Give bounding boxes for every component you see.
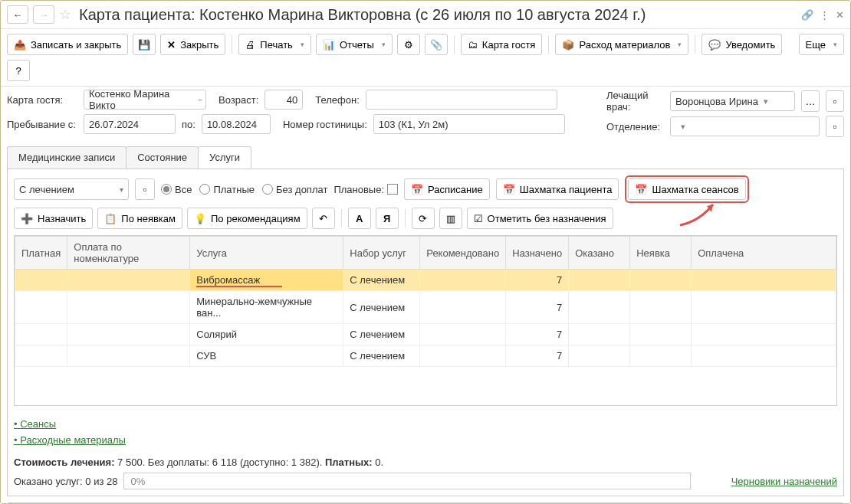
col-recommended[interactable]: Рекомендовано xyxy=(420,237,506,270)
notify-button[interactable]: 💬Уведомить xyxy=(702,34,782,55)
close-window-icon[interactable]: ✕ xyxy=(836,9,844,21)
radio-all[interactable]: Все xyxy=(161,184,192,195)
planned-checkbox[interactable]: Плановые: xyxy=(334,184,398,195)
patient-grid-button[interactable]: 📅Шахматка пациента xyxy=(496,178,619,200)
plus-icon: ➕ xyxy=(21,213,33,224)
schedule-button[interactable]: 📅Расписание xyxy=(404,178,490,200)
col-paid[interactable]: Платная xyxy=(15,237,67,270)
materials-button[interactable]: 📦Расход материалов xyxy=(555,34,688,55)
col-provided[interactable]: Оказано xyxy=(569,237,630,270)
paperclip-icon: 📎 xyxy=(430,39,442,51)
refresh-button[interactable]: ⟳ xyxy=(412,208,435,229)
save-and-close-button[interactable]: 📤Записать и закрыть xyxy=(7,34,128,55)
columns-icon: ▥ xyxy=(446,213,455,224)
stay-to-input[interactable]: 10.08.2024 xyxy=(202,114,271,134)
mark-no-assign-button[interactable]: ☑Отметить без назначения xyxy=(467,208,613,229)
link-icon[interactable]: 🔗 xyxy=(801,9,813,21)
table-row[interactable]: Минерально-жемчужные ван...С лечением7 xyxy=(15,291,836,324)
dropdown-icon[interactable]: ▾ xyxy=(761,97,770,106)
bulb-icon: 💡 xyxy=(194,213,206,224)
undo-icon: ↶ xyxy=(319,213,327,224)
services-table: Платная Оплата по номенклатуре Услуга На… xyxy=(14,235,837,406)
sort-a-button[interactable]: А xyxy=(348,208,371,229)
col-paid-status[interactable]: Оплачена xyxy=(692,237,836,270)
diskette-icon: 💾 xyxy=(138,39,150,51)
radio-no-extra[interactable]: Без доплат xyxy=(262,184,327,195)
assign-button[interactable]: ➕Назначить xyxy=(14,208,93,229)
department-label: Отделение: xyxy=(606,121,664,133)
age-input[interactable]: 40 xyxy=(264,90,303,110)
department-open-button[interactable]: ▫ xyxy=(826,116,844,137)
speech-icon: 💬 xyxy=(708,39,721,51)
sessions-link[interactable]: Сеансы xyxy=(14,418,56,430)
more-button[interactable]: Еще xyxy=(799,34,844,55)
gear-button[interactable]: ⚙ xyxy=(397,34,420,55)
columns-button[interactable]: ▥ xyxy=(439,208,462,229)
col-noshow[interactable]: Неявка xyxy=(630,237,692,270)
by-recommend-button[interactable]: 💡По рекомендациям xyxy=(187,208,307,229)
stay-from-label: Пребывание с: xyxy=(7,119,77,130)
calendar-grid-icon: 📅 xyxy=(503,184,515,195)
nav-forward-button: → xyxy=(33,5,54,24)
window-title: Карта пациента: Костенко Марина Викторов… xyxy=(79,6,797,24)
printer-icon: 🖨 xyxy=(245,39,255,51)
col-service[interactable]: Услуга xyxy=(190,237,343,270)
treatment-filter-dropdown[interactable]: С лечением▾ xyxy=(14,178,129,200)
tab-services[interactable]: Услуги xyxy=(198,146,251,169)
refresh-icon: ⟳ xyxy=(419,213,427,224)
guest-card-button[interactable]: 🗂Карта гостя xyxy=(461,34,543,55)
guest-card-input[interactable]: Костенко Марина Викто▫ xyxy=(84,90,206,110)
close-button[interactable]: ✕Закрыть xyxy=(160,34,225,55)
help-button[interactable]: ? xyxy=(7,60,30,81)
radio-paid[interactable]: Платные xyxy=(199,184,255,195)
drafts-link[interactable]: Черновики назначений xyxy=(731,476,837,487)
guest-card-label: Карта гостя: xyxy=(7,94,77,106)
doctor-more-button[interactable]: … xyxy=(801,90,820,112)
list-icon: 📋 xyxy=(104,213,117,224)
doctor-input[interactable]: Воронцова Ирина▾ xyxy=(670,91,795,111)
by-noshow-button[interactable]: 📋По неявкам xyxy=(97,208,182,229)
materials-link[interactable]: Расходные материалы xyxy=(14,434,126,446)
kebab-menu-icon[interactable]: ⋮ xyxy=(820,9,830,21)
department-input[interactable]: ▾ xyxy=(670,116,820,136)
x-icon: ✕ xyxy=(167,39,176,51)
table-row[interactable]: ВибромассажС лечением7 xyxy=(15,270,836,291)
box-icon: 📦 xyxy=(562,39,574,51)
reports-button[interactable]: 📊Отчеты xyxy=(316,34,393,55)
table-row[interactable]: СолярийС лечением7 xyxy=(15,324,836,345)
attach-button[interactable]: 📎 xyxy=(425,34,448,55)
session-grid-button[interactable]: 📅Шахматка сеансов xyxy=(628,178,745,200)
tab-state[interactable]: Состояние xyxy=(126,146,199,169)
check-icon: ☑ xyxy=(474,213,483,224)
cost-summary: Стоимость лечения: 7 500. Без доплаты: 6… xyxy=(14,457,837,468)
chevron-down-icon: ▾ xyxy=(120,185,123,194)
open-icon[interactable]: ▫ xyxy=(196,95,204,104)
sort-ya-button[interactable]: Я xyxy=(376,208,399,229)
phone-input[interactable] xyxy=(366,90,557,110)
col-assigned[interactable]: Назначено xyxy=(506,237,569,270)
print-button[interactable]: 🖨Печать xyxy=(238,34,311,55)
table-row[interactable]: СУВС лечением7 xyxy=(15,345,836,367)
calendar-clock-icon: 📅 xyxy=(635,184,647,195)
filter-open-button[interactable]: ▫ xyxy=(135,178,155,200)
callout-arrow-icon xyxy=(676,198,722,229)
doctor-open-button[interactable]: ▫ xyxy=(826,90,844,112)
favorite-star-icon[interactable]: ☆ xyxy=(59,6,71,23)
undo-button[interactable]: ↶ xyxy=(312,208,335,229)
dropdown-icon[interactable]: ▾ xyxy=(678,122,688,132)
col-service-set[interactable]: Набор услуг xyxy=(343,237,420,270)
calendar-icon: 📅 xyxy=(411,184,423,195)
progress-bar: 0% xyxy=(123,473,691,489)
save-button[interactable]: 💾 xyxy=(133,34,156,55)
card-icon: 🗂 xyxy=(468,39,478,51)
hotel-input[interactable]: 103 (К1, Ул 2м) xyxy=(373,114,565,134)
col-nomenclature[interactable]: Оплата по номенклатуре xyxy=(67,237,190,270)
stay-to-label: по: xyxy=(182,119,196,130)
hotel-label: Номер гостиницы: xyxy=(283,119,367,130)
phone-label: Телефон: xyxy=(315,94,360,106)
stay-from-input[interactable]: 26.07.2024 xyxy=(84,114,176,134)
nav-back-button[interactable]: ← xyxy=(7,5,28,24)
doctor-label: Лечащий врач: xyxy=(606,90,664,113)
tab-medical-records[interactable]: Медицинские записи xyxy=(7,146,127,169)
save-close-icon: 📤 xyxy=(14,39,26,51)
